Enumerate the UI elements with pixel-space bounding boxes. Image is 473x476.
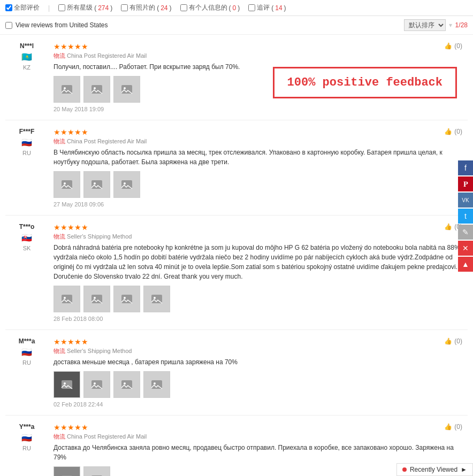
thumbs-up-icon: 👍	[444, 223, 452, 231]
reviewer-info: Y***a 🇷🇺 RU	[5, 423, 48, 476]
recently-viewed-dot	[402, 467, 407, 472]
review-item: F***F 🇷🇺 RU ★★★★★ 物流 China Post Register…	[5, 120, 468, 216]
review-images	[54, 286, 468, 312]
reviewer-info: F***F 🇷🇺 RU	[5, 128, 48, 208]
positive-feedback-box: 100% positive feedback	[273, 67, 457, 98]
reviews-list: 100% positive feedback N***l 🇰🇿 KZ ★★★★★…	[0, 35, 473, 476]
review-image[interactable]	[54, 76, 80, 103]
review-text: Dobrá náhradná batéria pre notebooky hp …	[54, 243, 468, 281]
review-date: 20 May 2018 19:09	[54, 106, 468, 112]
review-image[interactable]	[143, 371, 170, 398]
svg-point-23	[94, 382, 96, 385]
review-content: ★★★★★ 物流 China Post Registered Air Mail …	[48, 128, 468, 208]
svg-point-27	[154, 382, 156, 385]
star-rating: ★★★★★	[54, 337, 88, 346]
recently-viewed-label: Recently Viewed	[410, 466, 457, 473]
helpful-count: 👍 (0)	[444, 42, 462, 50]
filter-personal[interactable]: 有个人信息的 (0)	[180, 3, 240, 12]
review-content: ★★★★★ 物流 Seller's Shipping Method достав…	[48, 337, 468, 408]
sort-bar-left: View reviews from United States	[5, 21, 108, 29]
star-rating: ★★★★★	[54, 223, 88, 232]
svg-point-5	[124, 87, 126, 89]
filter-followup[interactable]: 追评 (14)	[248, 3, 286, 12]
review-image[interactable]	[83, 171, 110, 198]
edit-button[interactable]: ✎	[458, 225, 473, 240]
review-images	[54, 171, 468, 198]
review-images	[54, 371, 468, 398]
sort-select[interactable]: 默认排序	[404, 19, 446, 31]
svg-point-17	[124, 297, 126, 299]
filter-photo[interactable]: 有照片的 (24)	[121, 3, 171, 12]
review-image[interactable]	[54, 171, 80, 198]
reviewer-info: T***o 🇸🇰 SK	[5, 223, 48, 322]
recently-viewed-bar[interactable]: Recently Viewed ►	[396, 463, 473, 476]
star-rating: ★★★★★	[54, 423, 88, 432]
shipping-info: 物流 China Post Registered Air Mail	[54, 433, 468, 441]
thumbs-up-icon: 👍	[444, 128, 452, 135]
thumbs-up-icon: 👍	[444, 337, 452, 345]
review-content: ★★★★★ 物流 Seller's Shipping Method Dobrá …	[48, 223, 468, 322]
svg-point-13	[64, 297, 66, 299]
review-image[interactable]	[83, 286, 110, 312]
us-reviews-checkbox[interactable]	[5, 22, 12, 29]
thumbs-up-icon: 👍	[444, 42, 452, 50]
review-text: Доставка до Челябинска заняла ровно меся…	[54, 443, 468, 462]
scroll-up-button[interactable]: ▲	[458, 257, 473, 272]
svg-point-3	[94, 87, 96, 89]
sort-bar: View reviews from United States 默认排序 ▾ 1…	[0, 16, 473, 35]
shipping-info: 物流 Seller's Shipping Method	[54, 347, 468, 355]
review-image[interactable]	[113, 171, 140, 198]
review-image[interactable]	[143, 286, 170, 312]
svg-point-9	[94, 182, 96, 185]
us-reviews-label: View reviews from United States	[16, 21, 108, 29]
shipping-info: 物流 China Post Registered Air Mail	[54, 52, 468, 60]
facebook-share-button[interactable]: f	[458, 160, 473, 175]
review-item: T***o 🇸🇰 SK ★★★★★ 物流 Seller's Shipping M…	[5, 216, 468, 330]
review-image[interactable]	[54, 286, 80, 312]
review-image[interactable]	[113, 76, 140, 103]
review-text: доставка меньше месяца , батарея пришла …	[54, 357, 468, 367]
review-image[interactable]	[83, 466, 110, 476]
svg-point-7	[64, 182, 66, 185]
filter-all[interactable]: 全部评价	[5, 3, 40, 12]
sort-bar-right: 默认排序 ▾ 1/28	[404, 19, 468, 31]
reviewer-info: M***a 🇷🇺 RU	[5, 337, 48, 408]
review-image[interactable]	[113, 371, 140, 398]
recently-viewed-arrow: ►	[461, 466, 467, 473]
helpful-count: 👍 (0)	[444, 128, 462, 135]
filter-stars[interactable]: 所有星级 (274)	[58, 3, 112, 12]
svg-point-25	[124, 382, 126, 385]
svg-point-19	[154, 297, 156, 299]
star-rating: ★★★★★	[54, 42, 88, 51]
svg-point-15	[94, 297, 96, 299]
review-date: 28 Feb 2018 08:00	[54, 316, 468, 322]
pagination: 1/28	[455, 21, 468, 29]
review-date: 02 Feb 2018 22:44	[54, 401, 468, 408]
review-image[interactable]	[54, 466, 80, 476]
svg-point-1	[64, 87, 66, 89]
filter-bar: 全部评价 | 所有星级 (274) 有照片的 (24) 有个人信息的 (0) 追…	[0, 0, 473, 16]
svg-point-21	[64, 382, 66, 385]
helpful-count: 👍 (0)	[444, 337, 462, 345]
pinterest-share-button[interactable]: 𝐏	[458, 176, 473, 191]
review-date: 27 May 2018 09:06	[54, 201, 468, 208]
close-sidebar-button[interactable]: ✕	[458, 241, 473, 256]
review-image[interactable]	[113, 286, 140, 312]
vk-share-button[interactable]: VK	[458, 193, 473, 208]
shipping-info: 物流 China Post Registered Air Mail	[54, 137, 468, 145]
thumbs-up-icon: 👍	[444, 423, 452, 431]
review-image[interactable]	[54, 371, 80, 398]
review-image[interactable]	[83, 371, 110, 398]
reviewer-info: N***l 🇰🇿 KZ	[5, 42, 48, 112]
shipping-info: 物流 Seller's Shipping Method	[54, 233, 468, 241]
review-item: M***a 🇷🇺 RU ★★★★★ 物流 Seller's Shipping M…	[5, 330, 468, 416]
review-image[interactable]	[83, 76, 110, 103]
social-sidebar: f 𝐏 VK t ✎ ✕ ▲	[458, 160, 473, 272]
twitter-share-button[interactable]: t	[458, 209, 473, 224]
star-rating: ★★★★★	[54, 128, 88, 136]
svg-point-11	[124, 182, 126, 185]
helpful-count: 👍 (0)	[444, 423, 462, 431]
review-text: В Челябинскую область посылка пришла за …	[54, 148, 468, 167]
